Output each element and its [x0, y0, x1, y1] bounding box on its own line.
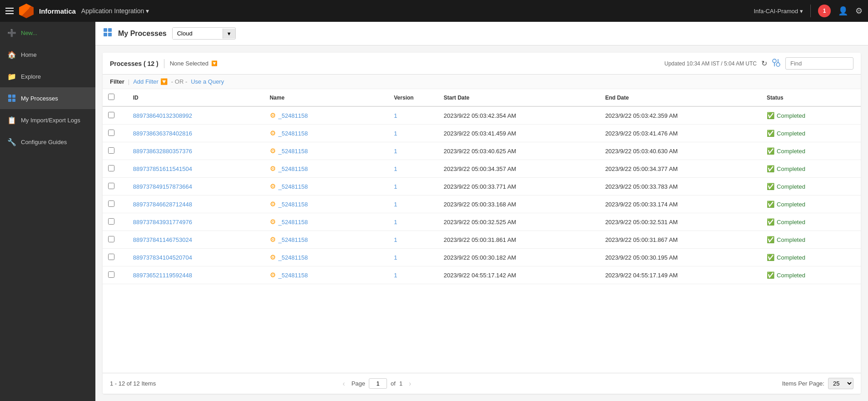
find-input[interactable]: [785, 57, 853, 70]
page-input[interactable]: [369, 378, 387, 389]
name-link-5[interactable]: _52481158: [278, 201, 308, 208]
row-end-date-6: 2023/9/22 05:00:32.531 AM: [600, 213, 761, 231]
row-checkbox-0[interactable]: [108, 112, 114, 118]
row-start-date-9: 2023/9/22 04:55:17.142 AM: [438, 266, 600, 284]
version-link-0[interactable]: 1: [394, 112, 397, 119]
name-link-7[interactable]: _52481158: [278, 236, 308, 243]
name-link-1[interactable]: _52481158: [278, 130, 308, 137]
row-version-3: 1: [388, 160, 438, 178]
row-checkbox-9[interactable]: [108, 271, 114, 278]
header-status: Status: [761, 89, 861, 106]
id-link-1[interactable]: 889738636378402816: [133, 130, 192, 137]
row-start-date-2: 2023/9/22 05:03:40.625 AM: [438, 142, 600, 160]
notification-button[interactable]: 1: [818, 5, 831, 17]
cloud-select[interactable]: Cloud Local ▼: [172, 27, 236, 40]
row-version-0: 1: [388, 106, 438, 125]
svg-point-8: [773, 59, 776, 63]
row-checkbox-4[interactable]: [108, 183, 114, 189]
user-info[interactable]: Infa-CAI-Pramod ▾: [754, 8, 803, 15]
table-row: 889738640132308992 ⚙ _52481158 1 2023/9/…: [103, 106, 861, 125]
row-name-4: ⚙ _52481158: [264, 178, 389, 195]
sidebar-item-my-processes-label: My Processes: [21, 95, 58, 102]
user-profile-icon[interactable]: 👤: [838, 6, 848, 16]
version-link-6[interactable]: 1: [394, 219, 397, 226]
name-link-4[interactable]: _52481158: [278, 183, 308, 190]
row-id-7: 889737841146753024: [128, 231, 264, 249]
row-id-1: 889738636378402816: [128, 125, 264, 142]
version-link-5[interactable]: 1: [394, 201, 397, 208]
refresh-button[interactable]: ↻: [761, 59, 767, 68]
use-query-button[interactable]: Use a Query: [191, 78, 224, 85]
name-link-0[interactable]: _52481158: [278, 112, 308, 119]
sidebar-item-my-processes[interactable]: My Processes: [0, 87, 95, 109]
settings-icon[interactable]: ⚙: [855, 6, 863, 16]
id-link-7[interactable]: 889737841146753024: [133, 236, 192, 243]
version-link-7[interactable]: 1: [394, 236, 397, 243]
none-selected-dropdown[interactable]: None Selected 🔽: [170, 60, 218, 67]
row-checkbox-7[interactable]: [108, 236, 114, 242]
name-link-9[interactable]: _52481158: [278, 272, 308, 279]
status-badge-6: ✅ Completed: [767, 218, 805, 226]
import-export-icon: 📋: [7, 115, 16, 125]
cloud-dropdown-arrow[interactable]: ▼: [223, 29, 235, 39]
row-checkbox-cell: [103, 142, 128, 160]
items-count: 1 - 12 of 12 Items: [110, 380, 156, 387]
row-checkbox-6[interactable]: [108, 218, 114, 225]
row-checkbox-cell: [103, 249, 128, 266]
version-link-1[interactable]: 1: [394, 130, 397, 137]
sidebar-item-explore[interactable]: 📁 Explore: [0, 65, 95, 87]
status-badge-9: ✅ Completed: [767, 271, 805, 279]
next-page-button[interactable]: ›: [406, 379, 414, 389]
row-checkbox-2[interactable]: [108, 147, 114, 154]
id-link-6[interactable]: 889737843931774976: [133, 219, 192, 226]
my-processes-icon: [7, 94, 16, 103]
id-link-8[interactable]: 889737834104520704: [133, 254, 192, 261]
main-layout: ➕ New... 🏠 Home 📁 Explore My Processes �: [0, 22, 868, 401]
id-link-4[interactable]: 889737849157873664: [133, 183, 192, 190]
table-row: 889737834104520704 ⚙ _52481158 1 2023/9/…: [103, 249, 861, 266]
pagination-bar: 1 - 12 of 12 Items ‹ Page of 1 › Items P…: [103, 373, 861, 394]
name-link-3[interactable]: _52481158: [278, 165, 308, 172]
brand-name: Informatica: [39, 7, 76, 15]
filter-icon-button[interactable]: [772, 58, 781, 69]
cloud-dropdown[interactable]: Cloud Local: [173, 28, 223, 39]
id-link-9[interactable]: 889736521119592448: [133, 272, 192, 279]
id-link-5[interactable]: 889737846628712448: [133, 201, 192, 208]
sidebar-item-home[interactable]: 🏠 Home: [0, 44, 95, 65]
version-link-2[interactable]: 1: [394, 148, 397, 155]
name-link-2[interactable]: _52481158: [278, 148, 308, 155]
sidebar-item-my-import-export[interactable]: 📋 My Import/Export Logs: [0, 109, 95, 131]
add-filter-button[interactable]: Add Filter 🔽: [133, 78, 168, 85]
process-gear-icon-6: ⚙: [270, 218, 276, 226]
row-id-5: 889737846628712448: [128, 195, 264, 213]
svg-rect-3: [12, 99, 15, 102]
row-checkbox-5[interactable]: [108, 200, 114, 207]
id-link-3[interactable]: 889737851611541504: [133, 165, 192, 172]
table-container: ID Name Version Start Date End Date Stat…: [103, 89, 861, 373]
version-link-3[interactable]: 1: [394, 165, 397, 172]
row-checkbox-8[interactable]: [108, 254, 114, 260]
row-end-date-1: 2023/9/22 05:03:41.476 AM: [600, 125, 761, 142]
sidebar-item-new[interactable]: ➕ New...: [0, 22, 95, 44]
version-link-9[interactable]: 1: [394, 272, 397, 279]
items-per-page-label: Items Per Page:: [782, 380, 824, 387]
sidebar: ➕ New... 🏠 Home 📁 Explore My Processes �: [0, 22, 95, 401]
id-link-0[interactable]: 889738640132308992: [133, 112, 192, 119]
app-name: Application Integration ▾: [81, 7, 149, 15]
items-per-page-select[interactable]: 10 25 50 100: [828, 378, 853, 389]
row-checkbox-1[interactable]: [108, 130, 114, 136]
name-link-6[interactable]: _52481158: [278, 219, 308, 226]
version-link-8[interactable]: 1: [394, 254, 397, 261]
select-all-checkbox[interactable]: [108, 94, 114, 100]
id-link-2[interactable]: 889738632880357376: [133, 148, 192, 155]
sidebar-item-configure-guides[interactable]: 🔧 Configure Guides: [0, 131, 95, 153]
status-text-8: Completed: [777, 254, 805, 261]
row-checkbox-3[interactable]: [108, 165, 114, 171]
hamburger-menu[interactable]: [5, 8, 14, 14]
status-text-9: Completed: [777, 272, 805, 279]
row-start-date-3: 2023/9/22 05:00:34.357 AM: [438, 160, 600, 178]
name-link-8[interactable]: _52481158: [278, 254, 308, 261]
status-text-3: Completed: [777, 165, 805, 172]
prev-page-button[interactable]: ‹: [340, 379, 347, 389]
version-link-4[interactable]: 1: [394, 183, 397, 190]
